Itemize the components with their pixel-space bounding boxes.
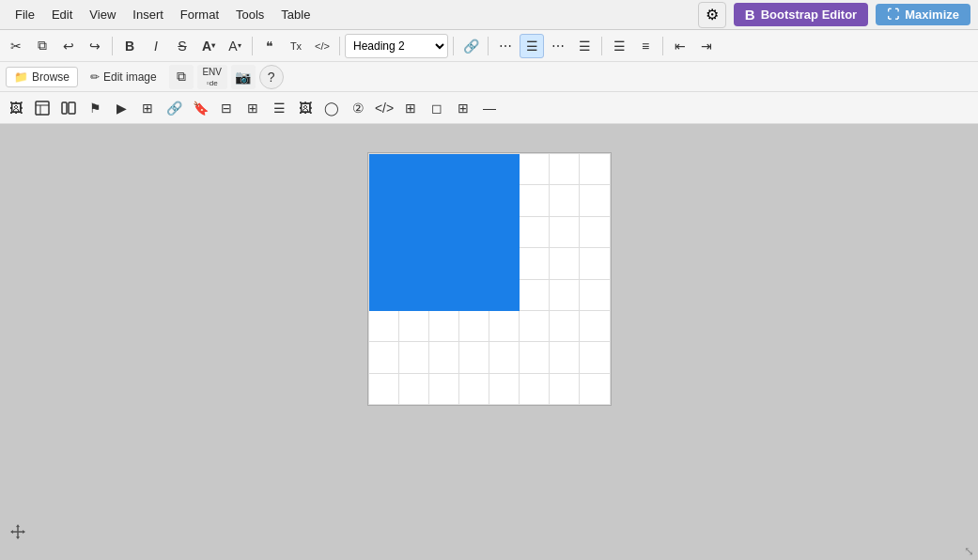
justify-button[interactable]: ☰ bbox=[572, 34, 597, 58]
menu-view[interactable]: View bbox=[82, 4, 123, 25]
browse-button[interactable]: 📁 Browse bbox=[6, 67, 78, 87]
menu-tools[interactable]: Tools bbox=[228, 4, 272, 25]
maximize-icon: ⛶ bbox=[887, 8, 899, 22]
grid-cell bbox=[459, 185, 489, 216]
grid-cell bbox=[580, 280, 610, 311]
grid-cell bbox=[429, 342, 459, 373]
menu-bar: File Edit View Insert Format Tools Table… bbox=[0, 0, 978, 30]
insert-table-button[interactable] bbox=[30, 96, 54, 120]
insert-file-button[interactable]: ⊞ bbox=[241, 96, 265, 120]
grid-cell bbox=[520, 248, 550, 279]
grid-cell bbox=[550, 248, 580, 279]
link-button[interactable]: 🔗 bbox=[458, 34, 483, 58]
highlight-button[interactable]: A ▾ bbox=[223, 34, 247, 58]
outdent-button[interactable]: ⇤ bbox=[668, 34, 692, 58]
edit-image-button[interactable]: ✏ Edit image bbox=[82, 67, 165, 87]
media-button[interactable]: 📷 bbox=[231, 65, 256, 89]
image-canvas bbox=[367, 152, 612, 406]
menu-bar-left: File Edit View Insert Format Tools Table bbox=[8, 4, 318, 25]
insert-bubble-button[interactable]: ◯ bbox=[319, 96, 344, 120]
browse-folder-icon: 📁 bbox=[14, 70, 28, 84]
resize-cross-icon[interactable] bbox=[9, 523, 26, 543]
insert-code-button[interactable]: </> bbox=[372, 96, 396, 120]
browse-label: Browse bbox=[32, 70, 70, 84]
resize-handle[interactable]: ⤡ bbox=[964, 544, 974, 558]
grid-cell bbox=[580, 217, 610, 248]
separator-1 bbox=[112, 37, 113, 55]
ordered-list-button[interactable]: ≡ bbox=[633, 34, 658, 58]
svg-rect-4 bbox=[69, 102, 75, 114]
bootstrap-label: Bootstrap Editor bbox=[761, 8, 858, 22]
menu-insert[interactable]: Insert bbox=[125, 4, 171, 25]
separator-3 bbox=[339, 37, 340, 55]
insert-box-button[interactable]: ◻ bbox=[425, 96, 449, 120]
grid-cell bbox=[459, 311, 489, 342]
separator-7 bbox=[662, 37, 663, 55]
redo-button[interactable]: ↪ bbox=[83, 34, 107, 58]
grid-cell bbox=[520, 311, 550, 342]
italic-button[interactable]: I bbox=[144, 34, 168, 58]
insert-grid-button[interactable]: ⊞ bbox=[135, 96, 160, 120]
insert-image2-button[interactable]: 🖼 bbox=[293, 96, 318, 120]
heading-select[interactable]: Paragraph Heading 1 Heading 2 Heading 3 … bbox=[345, 34, 448, 58]
grid-cell bbox=[520, 154, 550, 185]
font-color-button[interactable]: A ▾ bbox=[196, 34, 221, 58]
unordered-list-button[interactable]: ☰ bbox=[607, 34, 631, 58]
insert-flag-button[interactable]: ⚑ bbox=[83, 96, 107, 120]
maximize-button[interactable]: ⛶ Maximize bbox=[876, 4, 970, 25]
gear-button[interactable]: ⚙ bbox=[698, 2, 726, 28]
insert-link-button[interactable]: 🔗 bbox=[162, 96, 186, 120]
align-right-button[interactable]: ⋯ bbox=[546, 34, 570, 58]
font-color-dropdown-arrow: ▾ bbox=[211, 41, 215, 50]
insert-list-button[interactable]: ☰ bbox=[267, 96, 291, 120]
undo-button[interactable]: ↩ bbox=[56, 34, 81, 58]
grid-cell bbox=[550, 374, 580, 405]
bold-button[interactable]: B bbox=[117, 34, 142, 58]
font-color-icon: A bbox=[202, 39, 211, 54]
grid-cell bbox=[429, 154, 459, 185]
insert-video-button[interactable]: ▶ bbox=[109, 96, 133, 120]
env-button[interactable]: ENV▫de bbox=[197, 65, 227, 89]
grid-cell bbox=[429, 185, 459, 216]
grid-cell bbox=[429, 248, 459, 279]
copy-paste-button[interactable]: ⧉ bbox=[169, 65, 194, 89]
grid-cell bbox=[550, 154, 580, 185]
code-view-button[interactable]: </> bbox=[310, 34, 334, 58]
grid-cell bbox=[369, 185, 399, 216]
grid-cell bbox=[399, 185, 429, 216]
insert-columns-button[interactable] bbox=[56, 96, 81, 120]
separator-4 bbox=[453, 37, 454, 55]
grid-cell bbox=[459, 280, 489, 311]
grid-cell bbox=[489, 280, 520, 311]
insert-circle2-button[interactable]: ② bbox=[346, 96, 370, 120]
insert-section-button[interactable]: ⊞ bbox=[451, 96, 475, 120]
clear-format-button[interactable]: Tx bbox=[284, 34, 308, 58]
grid-cell bbox=[459, 342, 489, 373]
grid-cell bbox=[580, 185, 610, 216]
grid-cell bbox=[429, 311, 459, 342]
help-button[interactable]: ? bbox=[259, 65, 284, 89]
svg-marker-10 bbox=[23, 530, 25, 534]
insert-widget-button[interactable]: ⊞ bbox=[398, 96, 423, 120]
toolbar-row-3: 🖼 ⚑ ▶ ⊞ 🔗 🔖 ⊟ ⊞ ☰ 🖼 ◯ ② </> ⊞ ◻ ⊞ — bbox=[0, 92, 978, 124]
cut-button[interactable]: ✂ bbox=[4, 34, 28, 58]
menu-edit[interactable]: Edit bbox=[44, 4, 80, 25]
menu-format[interactable]: Format bbox=[173, 4, 226, 25]
grid-cell bbox=[489, 374, 520, 405]
copy-button[interactable]: ⧉ bbox=[30, 34, 54, 58]
insert-snippet-button[interactable]: ⊟ bbox=[214, 96, 239, 120]
grid-cell bbox=[369, 374, 399, 405]
menu-table[interactable]: Table bbox=[273, 4, 318, 25]
indent-button[interactable]: ⇥ bbox=[694, 34, 719, 58]
strikethrough-button[interactable]: S bbox=[170, 34, 194, 58]
bootstrap-icon: B bbox=[745, 7, 755, 23]
insert-more-button[interactable]: — bbox=[477, 96, 502, 120]
insert-image-button[interactable]: 🖼 bbox=[4, 96, 28, 120]
grid-cell bbox=[550, 217, 580, 248]
align-center-button[interactable]: ☰ bbox=[520, 34, 544, 58]
blockquote-button[interactable]: ❝ bbox=[257, 34, 282, 58]
align-left-button[interactable]: ⋯ bbox=[493, 34, 518, 58]
insert-bookmark-button[interactable]: 🔖 bbox=[188, 96, 212, 120]
menu-file[interactable]: File bbox=[8, 4, 42, 25]
bootstrap-editor-button[interactable]: B Bootstrap Editor bbox=[734, 3, 868, 26]
